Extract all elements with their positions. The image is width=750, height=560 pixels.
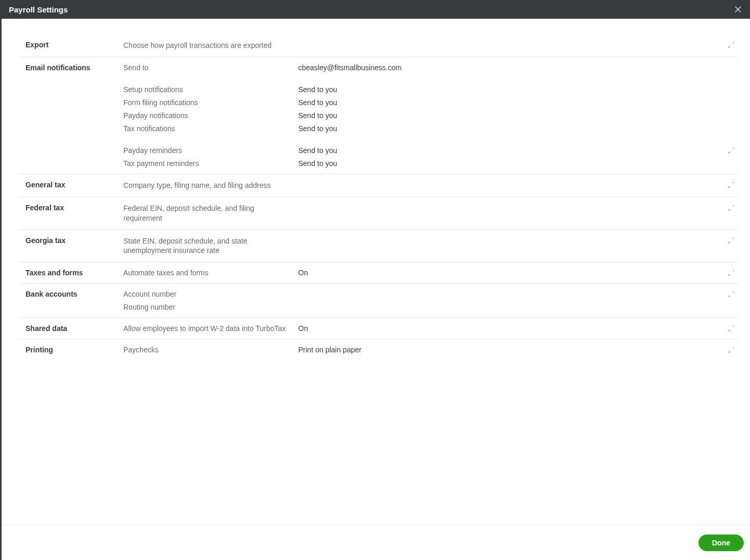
section-title-shared: Shared data: [26, 324, 123, 333]
section-georgia-tax: Georgia tax State EIN, deposit schedule,…: [19, 230, 738, 263]
pencil-icon[interactable]: [727, 290, 735, 298]
pencil-icon[interactable]: [727, 41, 735, 49]
email-row-value: Send to you: [298, 146, 337, 155]
section-printing: Printing Paychecks Print on plain paper: [19, 339, 738, 360]
section-title-bank: Bank accounts: [26, 290, 123, 311]
general-tax-desc: Company type, filing name, and filing ad…: [123, 181, 271, 190]
section-title-export: Export: [26, 41, 123, 50]
shared-value: On: [298, 324, 308, 333]
section-title-federal-tax: Federal tax: [26, 203, 123, 223]
pencil-icon[interactable]: [727, 269, 735, 277]
email-row-value: Send to you: [298, 124, 337, 133]
payroll-settings-modal: Payroll Settings Export Choose how payro…: [0, 0, 750, 560]
section-general-tax: General tax Company type, filing name, a…: [19, 174, 738, 197]
email-row-value: Send to you: [298, 159, 337, 168]
pencil-icon[interactable]: [727, 346, 735, 354]
email-row-label: Tax payment reminders: [123, 159, 298, 168]
modal-header: Payroll Settings: [2, 0, 750, 19]
taxes-forms-label: Automate taxes and forms: [123, 269, 298, 277]
email-row-label: Form filing notifications: [123, 98, 298, 107]
printing-label: Paychecks: [123, 346, 298, 354]
email-sendto-label: Send to: [123, 63, 298, 72]
section-title-taxes-forms: Taxes and forms: [26, 269, 123, 277]
section-shared-data: Shared data Allow employees to import W-…: [19, 318, 738, 339]
taxes-forms-value: On: [298, 269, 308, 277]
section-taxes-forms: Taxes and forms Automate taxes and forms…: [19, 262, 738, 284]
modal-content: Export Choose how payroll transactions a…: [2, 19, 750, 525]
pencil-icon[interactable]: [727, 324, 735, 333]
modal-footer: Done: [2, 525, 750, 560]
section-title-georgia-tax: Georgia tax: [26, 236, 123, 256]
section-federal-tax: Federal tax Federal EIN, deposit schedul…: [19, 197, 738, 230]
pencil-icon[interactable]: [727, 181, 735, 189]
printing-value: Print on plain paper: [298, 346, 361, 354]
email-sendto-value: cbeasley@fitsmallbusiness.com: [298, 63, 402, 72]
federal-tax-desc: Federal EIN, deposit schedule, and filin…: [123, 203, 264, 223]
email-row-label: Setup notifications: [123, 85, 298, 94]
email-row-value: Send to you: [298, 98, 337, 107]
section-title-printing: Printing: [26, 346, 123, 354]
pencil-icon[interactable]: [727, 236, 735, 245]
done-button[interactable]: Done: [698, 534, 744, 551]
section-title-general-tax: General tax: [26, 181, 123, 190]
email-row-value: Send to you: [298, 85, 337, 94]
section-title-email: Email notifications: [26, 63, 123, 168]
modal-title: Payroll Settings: [9, 5, 68, 14]
pencil-icon[interactable]: [727, 203, 735, 212]
bank-row-label: Account number: [123, 290, 298, 298]
georgia-tax-desc: State EIN, deposit schedule, and state u…: [123, 236, 264, 256]
export-desc: Choose how payroll transactions are expo…: [123, 41, 272, 50]
email-row-label: Payday notifications: [123, 111, 298, 120]
section-bank-accounts: Bank accounts Account number Routing num…: [19, 284, 738, 318]
section-export: Export Choose how payroll transactions a…: [19, 34, 738, 57]
close-icon[interactable]: [733, 5, 743, 14]
email-row-value: Send to you: [298, 111, 337, 120]
email-row-label: Payday reminders: [123, 146, 298, 155]
shared-label: Allow employees to import W-2 data into …: [123, 324, 298, 333]
section-email-notifications: Email notifications Send to cbeasley@fit…: [19, 57, 738, 174]
bank-row-label: Routing number: [123, 303, 298, 311]
email-row-label: Tax notifications: [123, 124, 298, 133]
